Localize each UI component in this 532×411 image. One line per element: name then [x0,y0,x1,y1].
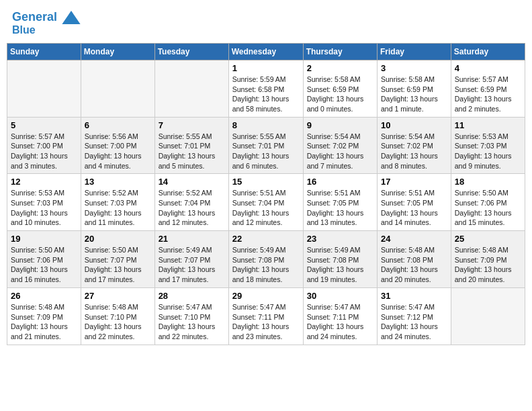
day-number: 29 [232,291,300,301]
day-info: Sunrise: 5:48 AMSunset: 7:10 PMDaylight:… [85,302,151,342]
calendar-cell: 16Sunrise: 5:51 AMSunset: 7:05 PMDayligh… [303,174,377,231]
calendar-cell: 11Sunrise: 5:53 AMSunset: 7:03 PMDayligh… [451,117,525,174]
calendar-cell: 30Sunrise: 5:47 AMSunset: 7:11 PMDayligh… [303,287,377,345]
day-info: Sunrise: 5:50 AMSunset: 7:07 PMDaylight:… [85,245,151,285]
calendar-cell: 17Sunrise: 5:51 AMSunset: 7:05 PMDayligh… [378,174,451,231]
day-number: 1 [232,63,300,73]
calendar-cell: 7Sunrise: 5:55 AMSunset: 7:01 PMDaylight… [154,117,228,174]
calendar-cell: 18Sunrise: 5:50 AMSunset: 7:06 PMDayligh… [451,174,525,231]
day-header-saturday: Saturday [451,43,525,60]
day-number: 21 [159,234,225,244]
calendar-cell: 22Sunrise: 5:49 AMSunset: 7:08 PMDayligh… [228,231,303,288]
logo: General Blue [12,11,81,36]
day-number: 2 [307,63,373,73]
day-info: Sunrise: 5:57 AMSunset: 6:59 PMDaylight:… [455,75,521,114]
day-number: 7 [159,120,225,130]
day-number: 26 [11,291,77,301]
calendar-table: SundayMondayTuesdayWednesdayThursdayFrid… [7,43,525,345]
calendar-cell: 25Sunrise: 5:48 AMSunset: 7:09 PMDayligh… [451,231,525,288]
day-info: Sunrise: 5:58 AMSunset: 6:59 PMDaylight:… [381,75,447,114]
day-number: 8 [232,120,300,130]
day-info: Sunrise: 5:56 AMSunset: 7:00 PMDaylight:… [85,132,151,171]
day-number: 5 [11,120,77,130]
calendar-cell: 21Sunrise: 5:49 AMSunset: 7:07 PMDayligh… [154,231,228,288]
day-info: Sunrise: 5:47 AMSunset: 7:11 PMDaylight:… [307,302,373,342]
calendar-cell: 6Sunrise: 5:56 AMSunset: 7:00 PMDaylight… [81,117,154,174]
day-info: Sunrise: 5:47 AMSunset: 7:10 PMDaylight:… [159,302,225,342]
day-number: 12 [11,177,77,187]
calendar-cell: 28Sunrise: 5:47 AMSunset: 7:10 PMDayligh… [154,287,228,345]
day-number: 19 [11,234,77,244]
day-number: 15 [232,177,300,187]
page-header: General Blue [7,7,525,40]
logo-subtext: Blue [12,24,81,36]
calendar-cell: 15Sunrise: 5:51 AMSunset: 7:04 PMDayligh… [228,174,303,231]
calendar-cell: 3Sunrise: 5:58 AMSunset: 6:59 PMDaylight… [378,60,451,117]
day-info: Sunrise: 5:48 AMSunset: 7:09 PMDaylight:… [455,245,521,285]
day-info: Sunrise: 5:50 AMSunset: 7:06 PMDaylight:… [455,188,521,228]
day-info: Sunrise: 5:51 AMSunset: 7:05 PMDaylight:… [381,188,447,228]
calendar-cell: 14Sunrise: 5:52 AMSunset: 7:04 PMDayligh… [154,174,228,231]
calendar-header-row: SundayMondayTuesdayWednesdayThursdayFrid… [7,43,525,60]
calendar-cell: 9Sunrise: 5:54 AMSunset: 7:02 PMDaylight… [303,117,377,174]
day-info: Sunrise: 5:51 AMSunset: 7:05 PMDaylight:… [307,188,373,228]
calendar-cell [451,287,525,345]
day-number: 22 [232,234,300,244]
day-info: Sunrise: 5:52 AMSunset: 7:03 PMDaylight:… [85,188,151,228]
day-number: 3 [381,63,447,73]
day-header-monday: Monday [81,43,154,60]
calendar-cell: 13Sunrise: 5:52 AMSunset: 7:03 PMDayligh… [81,174,154,231]
calendar-cell: 8Sunrise: 5:55 AMSunset: 7:01 PMDaylight… [228,117,303,174]
calendar-cell [7,60,81,117]
week-row-3: 12Sunrise: 5:53 AMSunset: 7:03 PMDayligh… [7,174,525,231]
calendar-cell: 26Sunrise: 5:48 AMSunset: 7:09 PMDayligh… [7,287,81,345]
calendar-cell: 23Sunrise: 5:49 AMSunset: 7:08 PMDayligh… [303,231,377,288]
day-number: 13 [85,177,151,187]
day-info: Sunrise: 5:52 AMSunset: 7:04 PMDaylight:… [159,188,225,228]
day-number: 20 [85,234,151,244]
day-info: Sunrise: 5:57 AMSunset: 7:00 PMDaylight:… [11,132,77,171]
day-info: Sunrise: 5:58 AMSunset: 6:59 PMDaylight:… [307,75,373,114]
week-row-4: 19Sunrise: 5:50 AMSunset: 7:06 PMDayligh… [7,231,525,288]
calendar-cell: 5Sunrise: 5:57 AMSunset: 7:00 PMDaylight… [7,117,81,174]
day-number: 16 [307,177,373,187]
day-info: Sunrise: 5:49 AMSunset: 7:07 PMDaylight:… [159,245,225,285]
day-number: 6 [85,120,151,130]
calendar-cell: 29Sunrise: 5:47 AMSunset: 7:11 PMDayligh… [228,287,303,345]
day-number: 24 [381,234,447,244]
calendar-cell: 19Sunrise: 5:50 AMSunset: 7:06 PMDayligh… [7,231,81,288]
day-info: Sunrise: 5:47 AMSunset: 7:12 PMDaylight:… [381,302,447,342]
day-number: 18 [455,177,521,187]
calendar-cell: 4Sunrise: 5:57 AMSunset: 6:59 PMDaylight… [451,60,525,117]
day-info: Sunrise: 5:54 AMSunset: 7:02 PMDaylight:… [381,132,447,171]
day-number: 11 [455,120,521,130]
calendar-cell: 1Sunrise: 5:59 AMSunset: 6:58 PMDaylight… [228,60,303,117]
day-header-wednesday: Wednesday [228,43,303,60]
week-row-2: 5Sunrise: 5:57 AMSunset: 7:00 PMDaylight… [7,117,525,174]
day-number: 4 [455,63,521,73]
week-row-1: 1Sunrise: 5:59 AMSunset: 6:58 PMDaylight… [7,60,525,117]
calendar-cell: 10Sunrise: 5:54 AMSunset: 7:02 PMDayligh… [378,117,451,174]
day-info: Sunrise: 5:54 AMSunset: 7:02 PMDaylight:… [307,132,373,171]
day-number: 27 [85,291,151,301]
day-header-sunday: Sunday [7,43,81,60]
day-info: Sunrise: 5:55 AMSunset: 7:01 PMDaylight:… [232,132,300,171]
day-info: Sunrise: 5:53 AMSunset: 7:03 PMDaylight:… [11,188,77,228]
day-info: Sunrise: 5:47 AMSunset: 7:11 PMDaylight:… [232,302,300,342]
day-number: 23 [307,234,373,244]
day-info: Sunrise: 5:49 AMSunset: 7:08 PMDaylight:… [307,245,373,285]
day-number: 9 [307,120,373,130]
day-number: 25 [455,234,521,244]
calendar-cell: 20Sunrise: 5:50 AMSunset: 7:07 PMDayligh… [81,231,154,288]
day-info: Sunrise: 5:49 AMSunset: 7:08 PMDaylight:… [232,245,300,285]
day-info: Sunrise: 5:59 AMSunset: 6:58 PMDaylight:… [232,75,300,114]
calendar-cell: 2Sunrise: 5:58 AMSunset: 6:59 PMDaylight… [303,60,377,117]
day-info: Sunrise: 5:50 AMSunset: 7:06 PMDaylight:… [11,245,77,285]
day-info: Sunrise: 5:53 AMSunset: 7:03 PMDaylight:… [455,132,521,171]
calendar-cell [81,60,154,117]
day-info: Sunrise: 5:55 AMSunset: 7:01 PMDaylight:… [159,132,225,171]
logo-text: General [12,11,81,24]
day-number: 30 [307,291,373,301]
day-number: 28 [159,291,225,301]
day-number: 14 [159,177,225,187]
